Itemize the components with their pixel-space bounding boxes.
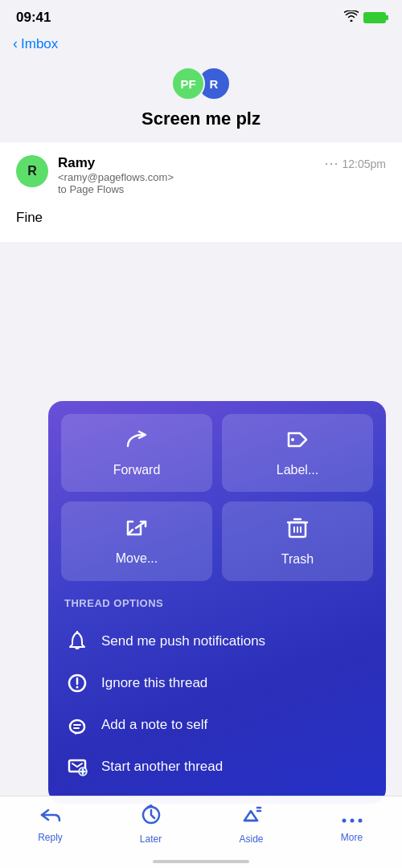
email-header: PF R Screen me plz <box>0 59 402 142</box>
forward-icon <box>125 428 149 457</box>
sender-email: <ramy@pageflows.com> <box>58 171 174 183</box>
sender-details: Ramy <ramy@pageflows.com> to Page Flows <box>58 155 174 195</box>
svg-point-16 <box>342 818 346 822</box>
back-chevron-icon: ‹ <box>13 35 18 52</box>
bottom-toolbar: Reply Later Aside <box>0 796 402 868</box>
start-thread-label: Start another thread <box>101 759 223 775</box>
sender-name: Ramy <box>58 155 174 171</box>
push-notifications-label: Send me push notifications <box>101 633 265 649</box>
label-icon <box>285 428 310 457</box>
add-note-label: Add a note to self <box>101 717 207 733</box>
move-label: Move... <box>116 551 158 566</box>
ignore-thread-label: Ignore this thread <box>101 675 207 691</box>
reply-label: Reply <box>38 832 63 843</box>
back-button[interactable]: ‹ Imbox <box>13 35 58 52</box>
action-panel: Forward Label... Move... <box>48 401 386 804</box>
aside-button[interactable]: Aside <box>201 805 302 845</box>
aside-label: Aside <box>239 833 263 845</box>
sender-avatar: R <box>16 155 48 187</box>
status-icons <box>344 10 386 25</box>
ignore-thread-option[interactable]: Ignore this thread <box>64 662 370 704</box>
reply-icon <box>40 806 61 829</box>
later-icon <box>141 805 162 830</box>
thread-options-title: THREAD OPTIONS <box>64 597 370 609</box>
more-label: More <box>341 832 363 843</box>
svg-point-5 <box>76 686 79 689</box>
status-bar: 09:41 <box>0 0 402 32</box>
sender-to: to Page Flows <box>58 183 174 195</box>
message-area: R Ramy <ramy@pageflows.com> to Page Flow… <box>0 142 402 242</box>
status-time: 09:41 <box>16 10 51 26</box>
more-icon <box>342 806 363 829</box>
message-meta: R Ramy <ramy@pageflows.com> to Page Flow… <box>16 155 386 195</box>
trash-icon <box>286 516 309 546</box>
note-icon <box>64 712 90 738</box>
push-notifications-option[interactable]: Send me push notifications <box>64 620 370 662</box>
home-indicator <box>153 860 249 863</box>
start-thread-icon <box>64 754 90 780</box>
trash-label: Trash <box>281 552 314 567</box>
message-dots-icon: ··· <box>325 155 339 172</box>
more-button[interactable]: More <box>302 806 402 843</box>
aside-icon <box>241 805 262 830</box>
label-label: Label... <box>277 463 318 477</box>
battery-icon <box>363 12 386 23</box>
email-subject: Screen me plz <box>142 108 260 129</box>
avatar-group: PF R <box>171 67 231 100</box>
nav-bar: ‹ Imbox <box>0 32 402 59</box>
label-button[interactable]: Label... <box>222 414 373 492</box>
wifi-icon <box>344 10 359 25</box>
later-button[interactable]: Later <box>100 805 201 845</box>
message-time: 12:05pm <box>343 158 386 170</box>
trash-button[interactable]: Trash <box>222 502 373 581</box>
message-body: Fine <box>16 200 386 229</box>
bell-icon <box>64 628 90 654</box>
later-label: Later <box>140 833 162 845</box>
move-icon <box>125 517 149 545</box>
ignore-icon <box>64 670 90 696</box>
add-note-option[interactable]: Add a note to self <box>64 704 370 746</box>
svg-point-18 <box>358 818 362 822</box>
sender-info: R Ramy <ramy@pageflows.com> to Page Flow… <box>16 155 174 195</box>
forward-label: Forward <box>113 463 161 477</box>
avatar-pf: PF <box>171 67 205 100</box>
forward-button[interactable]: Forward <box>61 414 212 492</box>
message-time-area: ··· 12:05pm <box>325 155 387 172</box>
action-grid: Forward Label... Move... <box>61 414 373 581</box>
reply-button[interactable]: Reply <box>0 806 100 843</box>
back-label: Imbox <box>21 36 58 52</box>
svg-point-17 <box>350 818 354 822</box>
start-thread-option[interactable]: Start another thread <box>64 746 370 788</box>
svg-point-0 <box>291 438 294 441</box>
move-button[interactable]: Move... <box>61 502 212 581</box>
thread-options-section: THREAD OPTIONS Send me push notification… <box>61 597 373 788</box>
